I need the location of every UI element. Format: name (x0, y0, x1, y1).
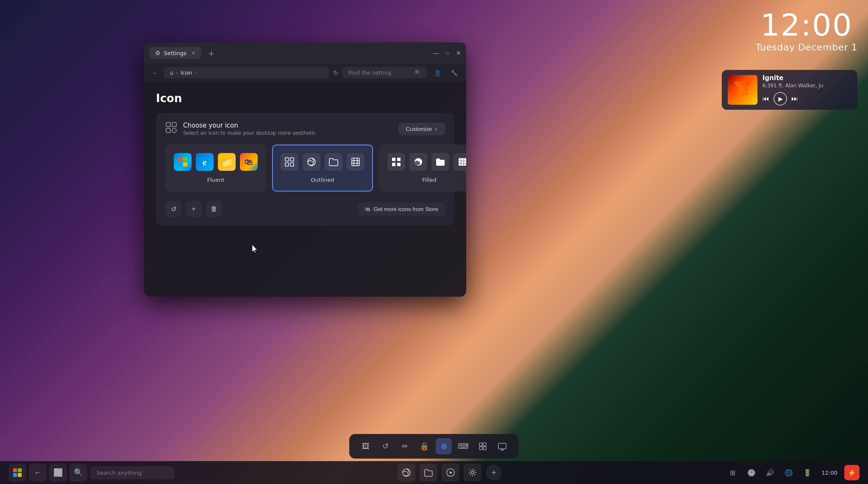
extensions-button[interactable]: 🔧 (448, 68, 460, 78)
music-play-button[interactable]: ▶ (773, 92, 787, 106)
icon-card-header: Choose your icon Select an icon to make … (165, 122, 445, 136)
outlined-label: Outlined (311, 177, 334, 183)
music-next-button[interactable]: ⏭ (791, 95, 798, 103)
custom-display-button[interactable] (494, 438, 510, 454)
window-controls: — ○ ✕ (433, 50, 461, 56)
taskbar-right: ⊞ 🕐 🔊 🌐 🔋 12:00 ⚡ (725, 465, 860, 480)
window-maximize-button[interactable]: ○ (446, 50, 449, 56)
taskbar-settings-button[interactable] (464, 464, 481, 481)
filled-label: Filled (422, 177, 437, 183)
clock-time: 12:00 (755, 8, 857, 42)
nav-back-button[interactable]: ← (150, 67, 160, 78)
svg-rect-22 (479, 443, 482, 446)
custom-edit-button[interactable]: ✏ (397, 438, 413, 454)
svg-rect-19 (464, 158, 465, 166)
fluent-icon-preview: 𝐞 📁 🛍 (174, 153, 258, 171)
taskbar-center: + (175, 464, 725, 481)
svg-point-32 (471, 471, 474, 474)
breadcrumb-separator-1: › (176, 70, 178, 76)
customize-button[interactable]: Customize ∧ (398, 123, 445, 135)
filled-store-icon (453, 153, 466, 171)
icon-card-text: Choose your icon Select an icon to make … (183, 122, 316, 136)
custom-lock-button[interactable]: 🔒 (416, 438, 432, 454)
back-button[interactable]: ← (29, 464, 47, 481)
customize-chevron-icon: ∧ (434, 127, 437, 131)
svg-rect-15 (397, 163, 401, 166)
taskbar-media-button[interactable] (442, 464, 459, 481)
windows-button[interactable]: ⬜ (49, 464, 67, 481)
svg-marker-0 (736, 83, 749, 95)
user-account-button[interactable]: 👤 (431, 68, 444, 78)
start-button[interactable] (8, 464, 26, 481)
taskbar-multitasking-button[interactable]: ⊞ (725, 465, 740, 480)
breadcrumb: ⌂ › Icon › (164, 67, 329, 78)
taskbar-add-button[interactable]: + (486, 465, 502, 481)
music-prev-button[interactable]: ⏮ (762, 95, 769, 103)
svg-rect-3 (172, 122, 176, 127)
filled-icon-preview (387, 153, 466, 171)
breadcrumb-icon: Icon (181, 70, 192, 76)
svg-rect-26 (498, 443, 506, 449)
title-bar: ⚙ Settings ✕ + — ○ ✕ (144, 42, 466, 64)
svg-marker-31 (450, 471, 453, 474)
get-more-icons-button[interactable]: 🛍 Get more icons from Store (358, 203, 445, 216)
settings-search-icon: 🔍 (415, 70, 421, 76)
window-minimize-button[interactable]: — (433, 50, 439, 56)
svg-rect-9 (290, 163, 294, 166)
taskbar-clock-button[interactable]: 🕐 (744, 465, 759, 480)
outlined-icon-preview (281, 153, 364, 171)
music-widget: Ignite K-391 ft. Alan Walker, Ju ⏮ ▶ ⏭ (722, 70, 857, 110)
fluent-windows-icon (174, 153, 192, 171)
taskbar-volume-button[interactable]: 🔊 (762, 465, 778, 480)
taskbar-files-button[interactable] (420, 464, 437, 481)
taskbar-search[interactable]: Search anything (90, 466, 175, 479)
delete-button[interactable]: 🗑 (206, 201, 222, 217)
breadcrumb-separator-2: › (195, 70, 197, 76)
settings-tab-icon: ⚙ (155, 50, 161, 56)
music-artist: K-391 ft. Alan Walker, Ju (762, 83, 851, 89)
icon-card-symbol (165, 122, 177, 136)
custom-keyboard-button[interactable]: ⌨ (455, 438, 471, 454)
svg-rect-13 (397, 158, 401, 161)
svg-rect-25 (483, 447, 486, 450)
icon-card-header-left: Choose your icon Select an icon to make … (165, 122, 316, 136)
svg-rect-7 (290, 158, 294, 161)
settings-tab-close[interactable]: ✕ (192, 50, 195, 56)
custom-icon-button[interactable]: ⊛ (436, 438, 452, 454)
svg-rect-4 (166, 128, 170, 133)
svg-marker-1 (738, 86, 747, 93)
settings-tab[interactable]: ⚙ Settings ✕ (149, 47, 201, 59)
taskbar-battery-button[interactable]: 🔋 (800, 465, 815, 480)
search-icon-button[interactable]: 🔍 (70, 464, 87, 481)
icon-option-outlined[interactable]: Outlined (272, 145, 373, 192)
taskbar-browser-button[interactable] (398, 464, 415, 481)
taskbar-power-button[interactable]: ⚡ (844, 465, 860, 480)
settings-search-placeholder: Find the setting (348, 70, 411, 76)
taskbar-network-button[interactable]: 🌐 (781, 465, 796, 480)
svg-rect-21 (459, 163, 466, 164)
settings-search-box[interactable]: Find the setting 🔍 (342, 67, 427, 78)
new-tab-button[interactable]: + (205, 47, 218, 59)
custom-wallpaper-button[interactable]: 🖼 (358, 438, 374, 454)
icon-card-actions: ↺ + 🗑 🛍 Get more icons from Store (165, 201, 445, 217)
address-refresh-button[interactable]: ↻ (333, 70, 338, 76)
custom-grid-button[interactable] (475, 438, 491, 454)
custom-undo-button[interactable]: ↺ (377, 438, 393, 454)
svg-rect-8 (285, 163, 289, 166)
music-album-art (728, 75, 757, 105)
svg-rect-6 (285, 158, 289, 161)
address-bar: ← ⌂ › Icon › ↻ Find the setting 🔍 👤 🔧 (144, 64, 466, 82)
icon-options: 𝐞 📁 🛍 Fluent (165, 145, 445, 192)
store-btn-icon: 🛍 (365, 206, 370, 212)
taskbar-customization-bar: 🖼 ↺ ✏ 🔒 ⊛ ⌨ (349, 434, 519, 459)
window-close-button[interactable]: ✕ (456, 50, 461, 56)
breadcrumb-home: ⌂ (170, 70, 173, 76)
svg-rect-12 (392, 158, 395, 161)
reset-button[interactable]: ↺ (165, 201, 181, 217)
clock-date: Tuesday December 1 (755, 42, 857, 53)
fluent-folder-icon: 📁 (218, 153, 236, 171)
add-button[interactable]: + (186, 201, 202, 217)
svg-rect-14 (392, 163, 395, 166)
icon-option-filled[interactable]: Filled (379, 145, 466, 192)
icon-option-fluent[interactable]: 𝐞 📁 🛍 Fluent (165, 145, 266, 192)
